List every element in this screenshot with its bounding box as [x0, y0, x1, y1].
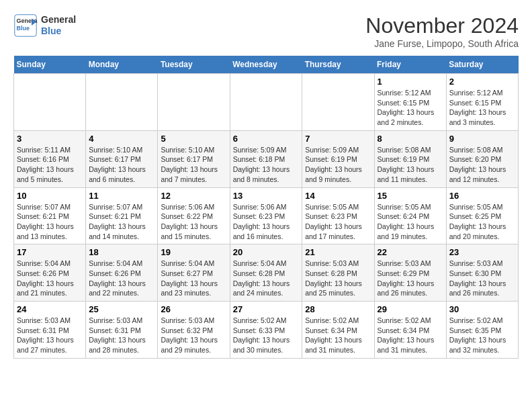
day-info: Sunrise: 5:09 AM Sunset: 6:18 PM Dayligh…	[233, 145, 300, 185]
day-number: 24	[17, 304, 83, 314]
day-info: Sunrise: 5:04 AM Sunset: 6:28 PM Dayligh…	[233, 259, 300, 298]
day-cell: 5Sunrise: 5:10 AM Sunset: 6:17 PM Daylig…	[158, 130, 230, 187]
day-number: 11	[89, 191, 154, 201]
day-number: 15	[378, 191, 443, 201]
day-info: Sunrise: 5:05 AM Sunset: 6:25 PM Dayligh…	[449, 202, 515, 242]
day-cell: 12Sunrise: 5:06 AM Sunset: 6:22 PM Dayli…	[158, 187, 230, 244]
day-number: 7	[305, 134, 371, 144]
day-cell: 27Sunrise: 5:02 AM Sunset: 6:33 PM Dayli…	[230, 302, 302, 359]
day-cell	[302, 74, 374, 131]
day-number: 20	[233, 247, 300, 257]
day-number: 3	[17, 134, 83, 144]
day-info: Sunrise: 5:12 AM Sunset: 6:15 PM Dayligh…	[449, 88, 515, 128]
week-row-4: 17Sunrise: 5:04 AM Sunset: 6:26 PM Dayli…	[14, 244, 519, 302]
day-info: Sunrise: 5:02 AM Sunset: 6:34 PM Dayligh…	[305, 316, 371, 355]
day-number: 25	[89, 304, 154, 314]
calendar-body: 1Sunrise: 5:12 AM Sunset: 6:15 PM Daylig…	[14, 74, 519, 359]
weekday-monday: Monday	[86, 56, 158, 74]
logo-line1: General	[41, 14, 76, 26]
subtitle: Jane Furse, Limpopo, South Africa	[365, 38, 519, 49]
day-number: 13	[233, 191, 300, 201]
day-number: 29	[378, 304, 443, 314]
logo: General Blue General Blue	[13, 13, 76, 38]
day-info: Sunrise: 5:08 AM Sunset: 6:19 PM Dayligh…	[378, 145, 443, 185]
week-row-5: 24Sunrise: 5:03 AM Sunset: 6:31 PM Dayli…	[14, 302, 519, 359]
day-number: 10	[17, 191, 83, 201]
day-cell: 8Sunrise: 5:08 AM Sunset: 6:19 PM Daylig…	[374, 130, 446, 187]
day-number: 6	[233, 134, 300, 144]
day-number: 2	[449, 77, 515, 87]
calendar-header: SundayMondayTuesdayWednesdayThursdayFrid…	[14, 56, 519, 74]
header: General Blue General Blue November 2024 …	[13, 13, 519, 49]
day-number: 9	[449, 134, 515, 144]
day-cell	[86, 74, 158, 131]
day-cell: 14Sunrise: 5:05 AM Sunset: 6:23 PM Dayli…	[302, 187, 374, 244]
day-number: 27	[233, 304, 300, 314]
day-cell: 4Sunrise: 5:10 AM Sunset: 6:17 PM Daylig…	[86, 130, 158, 187]
day-cell: 11Sunrise: 5:07 AM Sunset: 6:21 PM Dayli…	[86, 187, 158, 244]
day-cell: 16Sunrise: 5:05 AM Sunset: 6:25 PM Dayli…	[446, 187, 518, 244]
day-cell	[230, 74, 302, 131]
day-info: Sunrise: 5:02 AM Sunset: 6:34 PM Dayligh…	[378, 316, 443, 355]
day-cell: 15Sunrise: 5:05 AM Sunset: 6:24 PM Dayli…	[374, 187, 446, 244]
day-cell: 26Sunrise: 5:03 AM Sunset: 6:32 PM Dayli…	[158, 302, 230, 359]
day-cell: 13Sunrise: 5:06 AM Sunset: 6:23 PM Dayli…	[230, 187, 302, 244]
day-number: 19	[161, 247, 226, 257]
title-area: November 2024 Jane Furse, Limpopo, South…	[365, 13, 519, 49]
day-number: 12	[161, 191, 226, 201]
week-row-3: 10Sunrise: 5:07 AM Sunset: 6:21 PM Dayli…	[14, 187, 519, 244]
day-number: 28	[305, 304, 371, 314]
weekday-thursday: Thursday	[302, 56, 374, 74]
day-info: Sunrise: 5:04 AM Sunset: 6:26 PM Dayligh…	[89, 259, 154, 298]
day-info: Sunrise: 5:11 AM Sunset: 6:16 PM Dayligh…	[17, 145, 83, 185]
day-cell: 30Sunrise: 5:02 AM Sunset: 6:35 PM Dayli…	[446, 302, 518, 359]
day-info: Sunrise: 5:03 AM Sunset: 6:32 PM Dayligh…	[161, 316, 226, 355]
calendar-table: SundayMondayTuesdayWednesdayThursdayFrid…	[13, 56, 519, 359]
weekday-sunday: Sunday	[14, 56, 86, 74]
day-info: Sunrise: 5:07 AM Sunset: 6:21 PM Dayligh…	[89, 202, 154, 242]
day-info: Sunrise: 5:07 AM Sunset: 6:21 PM Dayligh…	[17, 202, 83, 242]
week-row-2: 3Sunrise: 5:11 AM Sunset: 6:16 PM Daylig…	[14, 130, 519, 187]
day-info: Sunrise: 5:04 AM Sunset: 6:26 PM Dayligh…	[17, 259, 83, 298]
weekday-saturday: Saturday	[446, 56, 518, 74]
day-number: 14	[305, 191, 371, 201]
day-cell	[14, 74, 86, 131]
day-info: Sunrise: 5:06 AM Sunset: 6:23 PM Dayligh…	[233, 202, 300, 242]
weekday-friday: Friday	[374, 56, 446, 74]
logo-icon: General Blue	[13, 13, 38, 38]
day-cell: 2Sunrise: 5:12 AM Sunset: 6:15 PM Daylig…	[446, 74, 518, 131]
day-cell: 9Sunrise: 5:08 AM Sunset: 6:20 PM Daylig…	[446, 130, 518, 187]
day-cell: 22Sunrise: 5:03 AM Sunset: 6:29 PM Dayli…	[374, 244, 446, 302]
day-info: Sunrise: 5:08 AM Sunset: 6:20 PM Dayligh…	[449, 145, 515, 185]
weekday-wednesday: Wednesday	[230, 56, 302, 74]
day-number: 1	[378, 77, 443, 87]
day-number: 18	[89, 247, 154, 257]
day-info: Sunrise: 5:03 AM Sunset: 6:31 PM Dayligh…	[89, 316, 154, 355]
logo-line2: Blue	[41, 26, 76, 37]
day-number: 21	[305, 247, 371, 257]
day-number: 17	[17, 247, 83, 257]
day-info: Sunrise: 5:09 AM Sunset: 6:19 PM Dayligh…	[305, 145, 371, 185]
day-info: Sunrise: 5:03 AM Sunset: 6:29 PM Dayligh…	[378, 259, 443, 298]
day-info: Sunrise: 5:10 AM Sunset: 6:17 PM Dayligh…	[161, 145, 226, 185]
day-info: Sunrise: 5:02 AM Sunset: 6:33 PM Dayligh…	[233, 316, 300, 355]
day-info: Sunrise: 5:03 AM Sunset: 6:31 PM Dayligh…	[17, 316, 83, 355]
day-cell: 3Sunrise: 5:11 AM Sunset: 6:16 PM Daylig…	[14, 130, 86, 187]
day-info: Sunrise: 5:04 AM Sunset: 6:27 PM Dayligh…	[161, 259, 226, 298]
day-cell: 10Sunrise: 5:07 AM Sunset: 6:21 PM Dayli…	[14, 187, 86, 244]
day-number: 23	[449, 247, 515, 257]
day-info: Sunrise: 5:05 AM Sunset: 6:24 PM Dayligh…	[378, 202, 443, 242]
day-info: Sunrise: 5:06 AM Sunset: 6:22 PM Dayligh…	[161, 202, 226, 242]
day-cell: 6Sunrise: 5:09 AM Sunset: 6:18 PM Daylig…	[230, 130, 302, 187]
day-info: Sunrise: 5:05 AM Sunset: 6:23 PM Dayligh…	[305, 202, 371, 242]
day-number: 30	[449, 304, 515, 314]
day-number: 26	[161, 304, 226, 314]
day-cell: 21Sunrise: 5:03 AM Sunset: 6:28 PM Dayli…	[302, 244, 374, 302]
day-cell: 20Sunrise: 5:04 AM Sunset: 6:28 PM Dayli…	[230, 244, 302, 302]
day-cell: 17Sunrise: 5:04 AM Sunset: 6:26 PM Dayli…	[14, 244, 86, 302]
svg-text:Blue: Blue	[17, 25, 30, 32]
day-cell: 19Sunrise: 5:04 AM Sunset: 6:27 PM Dayli…	[158, 244, 230, 302]
week-row-1: 1Sunrise: 5:12 AM Sunset: 6:15 PM Daylig…	[14, 74, 519, 131]
day-info: Sunrise: 5:12 AM Sunset: 6:15 PM Dayligh…	[378, 88, 443, 128]
day-cell	[158, 74, 230, 131]
